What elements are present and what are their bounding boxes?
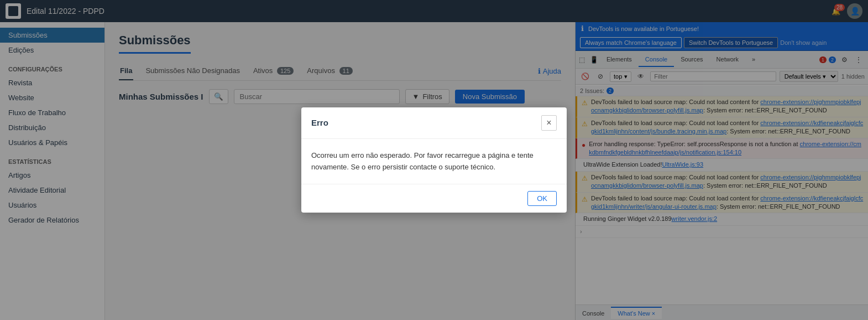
modal-overlay[interactable]: Erro × Ocorreu um erro não esperado. Por… — [0, 0, 868, 320]
modal-body: Ocorreu um erro não esperado. Por favor … — [301, 139, 567, 184]
modal-footer: OK — [301, 184, 567, 213]
modal-dialog: Erro × Ocorreu um erro não esperado. Por… — [301, 107, 567, 213]
modal-title: Erro — [311, 118, 328, 127]
modal-header: Erro × — [301, 107, 567, 139]
modal-ok-button[interactable]: OK — [527, 191, 557, 206]
modal-close-button[interactable]: × — [541, 115, 557, 131]
